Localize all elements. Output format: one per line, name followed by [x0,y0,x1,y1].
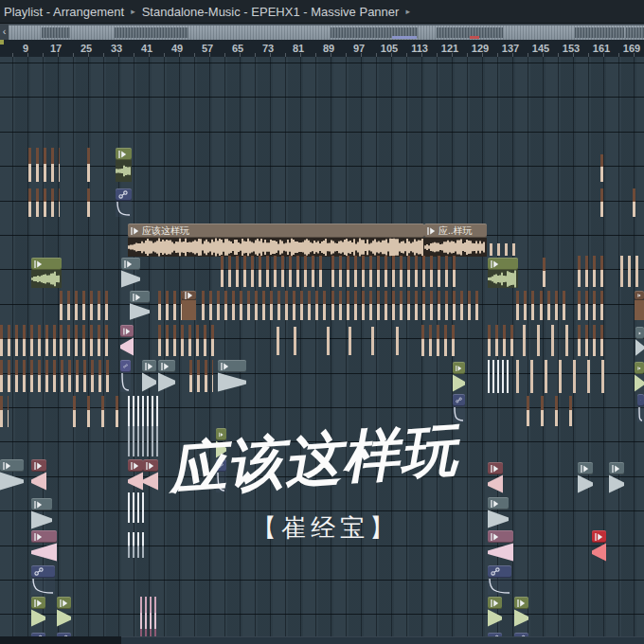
clip-header[interactable] [182,291,196,300]
audio-clip[interactable]: 应..样玩 [424,224,487,257]
clip-header[interactable]: 应该这样玩 [128,224,424,238]
audio-clip-body[interactable] [31,270,62,288]
breadcrumb-playlist[interactable]: Playlist - Arrangement [4,5,124,19]
playlist-overview-scrollbar[interactable]: ‹ [0,24,644,40]
audio-fade-clip[interactable] [31,459,46,491]
clip-header[interactable] [116,188,132,201]
clip-header[interactable] [120,360,131,372]
audio-fade-clip[interactable] [143,459,158,491]
pattern-clip[interactable] [516,360,606,393]
audio-clip-body[interactable] [116,160,132,182]
clip-header[interactable] [488,565,511,578]
pattern-clip[interactable] [527,396,574,426]
automation-clip[interactable] [116,188,132,217]
audio-fade-clip[interactable] [635,327,644,356]
clip-header[interactable] [488,258,518,270]
clip-header[interactable] [609,462,624,474]
audio-clip[interactable] [31,258,62,288]
audio-fade-clip[interactable] [635,362,644,392]
pattern-clip[interactable] [87,188,92,217]
pattern-clip[interactable] [158,291,182,320]
automation-clip[interactable] [453,394,465,422]
clip-header[interactable] [31,597,45,609]
pattern-clip[interactable] [277,327,281,355]
clip-header[interactable] [488,530,513,543]
clip-header[interactable] [57,597,71,609]
pattern-clip[interactable] [488,325,516,356]
audio-fade-clip[interactable] [488,462,503,493]
pattern-clip[interactable] [327,327,331,355]
automation-clip-body[interactable] [120,372,131,392]
audio-clip[interactable] [116,148,132,182]
clip-header[interactable] [128,459,143,472]
clip-header[interactable] [488,497,509,510]
clip-header[interactable] [121,258,140,270]
automation-clip[interactable] [216,459,226,492]
audio-fade-clip[interactable] [514,597,528,627]
pattern-clip[interactable] [523,325,575,356]
pattern-clip[interactable] [28,148,60,182]
clip-header[interactable] [578,462,593,474]
audio-fade-clip[interactable] [31,498,52,529]
automation-clip-body[interactable] [216,472,226,492]
pattern-clip[interactable] [60,291,109,320]
audio-fade-clip[interactable] [128,459,143,491]
clip-header[interactable] [31,459,46,472]
clip-header[interactable] [130,291,150,303]
clip-header[interactable] [142,360,156,372]
roll-pattern-clip[interactable] [128,492,144,523]
pattern-clip[interactable] [540,291,568,320]
playlist-titlebar[interactable]: Playlist - Arrangement ▸ Standalone-Musi… [0,0,644,24]
pattern-clip[interactable] [0,325,57,356]
audio-fade-clip[interactable] [578,462,593,493]
automation-clip[interactable] [31,565,55,595]
pattern-clip[interactable] [28,188,60,217]
audio-clip-body[interactable] [128,238,424,257]
pattern-clip[interactable] [421,325,455,356]
clip-header[interactable] [31,565,55,578]
pattern-clip[interactable] [331,256,457,287]
clip-header[interactable] [637,394,644,406]
automation-clip[interactable] [120,360,131,392]
pattern-clip[interactable] [516,291,535,320]
clip-header[interactable] [488,597,502,609]
pattern-clip[interactable] [620,256,642,287]
audio-fade-clip[interactable] [218,360,246,392]
horizontal-scrollbar[interactable] [0,636,644,644]
pattern-clip[interactable] [490,243,518,256]
audio-fade-clip[interactable] [488,497,509,528]
pattern-clip[interactable] [202,291,327,320]
audio-fade-clip[interactable] [142,360,156,392]
automation-clip[interactable] [637,394,644,422]
pattern-clip[interactable] [633,188,639,217]
automation-clip-body[interactable] [116,201,132,217]
clip-header[interactable] [635,291,644,300]
roll-pattern-clip[interactable] [140,597,159,636]
clip-header[interactable] [635,362,644,374]
audio-fade-clip[interactable] [216,428,226,458]
pattern-clip[interactable] [221,256,327,287]
pattern-clip[interactable] [600,154,606,182]
clip-header[interactable] [31,498,52,510]
pattern-clip[interactable] [600,188,606,217]
clip-header[interactable] [635,327,644,339]
clip-header[interactable] [216,428,226,440]
pattern-clip[interactable] [189,360,213,392]
clip-header[interactable]: 应..样玩 [424,224,487,238]
pattern-clip[interactable] [543,258,547,287]
audio-fade-clip[interactable] [592,530,606,562]
clip-header[interactable] [514,597,528,609]
clip-header[interactable] [218,360,246,372]
clip-header[interactable] [120,325,134,337]
audio-fade-clip[interactable] [121,258,140,288]
automation-clip[interactable] [488,565,511,595]
audio-fade-clip[interactable] [0,459,24,491]
song-overview-strip[interactable] [9,25,644,40]
pattern-clip[interactable] [0,360,109,392]
clip-header[interactable] [453,362,465,374]
scrollbar-thumb[interactable] [121,636,644,644]
clip-header[interactable] [143,459,158,472]
audio-fade-clip[interactable] [488,530,513,562]
clip-header[interactable] [592,530,606,543]
audio-fade-clip[interactable] [488,597,502,627]
